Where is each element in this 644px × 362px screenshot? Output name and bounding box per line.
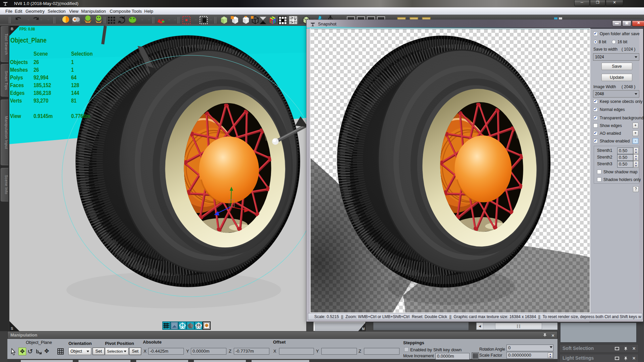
svg-text:M: M bbox=[362, 327, 365, 331]
svg-text:B: B bbox=[11, 27, 13, 31]
svg-text:S: S bbox=[11, 326, 13, 330]
